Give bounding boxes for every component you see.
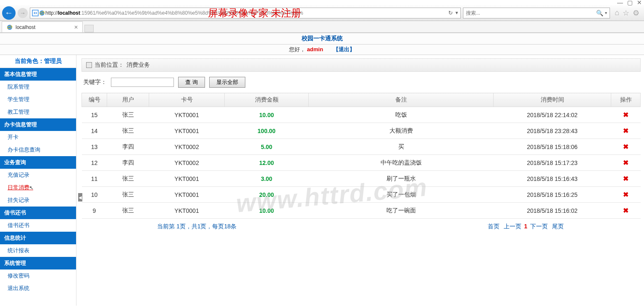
table-cell: 张三 <box>107 187 149 203</box>
menu-item[interactable]: 开卡 <box>0 131 76 144</box>
table-cell: 3.00 <box>225 171 309 187</box>
menu-group-header: 业务查询 <box>0 156 76 169</box>
forward-button[interactable]: → <box>18 8 28 18</box>
table-cell: 买了一包烟 <box>309 187 494 203</box>
sidebar-collapse-handle[interactable]: ◀ <box>78 193 82 201</box>
logout-link[interactable]: 【退出】 <box>333 46 355 52</box>
search-dropdown-icon[interactable]: ▾ <box>605 10 607 15</box>
url-text: http://localhost:15961/%e6%a0%a1%e5%9b%a… <box>45 10 447 16</box>
delete-row-button[interactable]: ✖ <box>611 187 641 203</box>
column-header: 用户 <box>107 93 149 107</box>
browser-search-input[interactable] <box>466 10 596 16</box>
dropdown-icon[interactable]: ▼ <box>455 10 459 15</box>
tab-favicon-icon <box>6 24 13 31</box>
back-button[interactable]: ← <box>2 6 16 20</box>
tab-close-icon[interactable]: ✕ <box>74 24 78 30</box>
show-all-button[interactable]: 显示全部 <box>209 77 245 88</box>
delete-row-button[interactable]: ✖ <box>611 171 641 187</box>
table-cell: 9 <box>82 203 107 219</box>
table-cell: 13 <box>82 139 107 155</box>
table-cell: 10.00 <box>225 203 309 219</box>
tab-title: localhost <box>16 24 35 30</box>
user-bar: 您好， admin 【退出】 <box>0 44 644 55</box>
delete-row-button[interactable]: ✖ <box>611 139 641 155</box>
pager-next[interactable]: 下一页 <box>530 223 548 230</box>
ie-logo-icon <box>39 10 45 16</box>
column-header: 消费金额 <box>225 93 309 107</box>
menu-item[interactable]: 教工管理 <box>0 106 76 118</box>
column-header: 编号 <box>82 93 107 107</box>
delete-row-button[interactable]: ✖ <box>611 203 641 219</box>
browser-tab[interactable]: localhost ✕ <box>2 21 83 32</box>
menu-group-header: 系统管理 <box>0 257 76 269</box>
table-cell: 中午吃的盖浇饭 <box>309 155 494 171</box>
minimize-icon[interactable]: — <box>617 0 623 6</box>
table-cell: 14 <box>82 123 107 139</box>
delete-row-button[interactable]: ✖ <box>611 107 641 123</box>
menu-item[interactable]: 充值记录 <box>0 169 76 181</box>
close-window-icon[interactable]: ✕ <box>637 0 642 6</box>
menu-item[interactable]: 学生管理 <box>0 93 76 106</box>
delete-row-button[interactable]: ✖ <box>611 123 641 139</box>
search-row: 关键字： 查 询 显示全部 <box>81 77 641 88</box>
keyword-label: 关键字： <box>83 78 107 86</box>
greeting-text: 您好， <box>289 46 305 52</box>
column-header: 备注 <box>309 93 494 107</box>
browser-search-box[interactable]: 🔍 ▾ <box>463 8 610 18</box>
menu-item[interactable]: 退出系统 <box>0 282 76 295</box>
table-cell: 2018/5/18 15:16:25 <box>494 187 611 203</box>
menu-group-header: 信息统计 <box>0 232 76 244</box>
query-button[interactable]: 查 询 <box>178 77 205 88</box>
tools-icon[interactable]: ⚙ <box>633 8 639 18</box>
table-cell: 张三 <box>107 203 149 219</box>
menu-group-header: 办卡信息管理 <box>0 118 76 131</box>
table-cell: YKT0002 <box>149 139 225 155</box>
menu-item[interactable]: 借书还书 <box>0 219 76 232</box>
pager-last[interactable]: 尾页 <box>552 223 564 230</box>
menu-item[interactable]: 统计报表 <box>0 244 76 257</box>
refresh-icon[interactable]: ↻ <box>448 10 453 16</box>
data-table: 编号用户卡号消费金额备注消费时间操作 15张三YKT000110.00吃饭201… <box>81 93 641 219</box>
table-cell: 李四 <box>107 155 149 171</box>
menu-item[interactable]: 办卡信息查询 <box>0 144 76 156</box>
pager-first[interactable]: 首页 <box>488 223 499 230</box>
sidebar: 当前角色：管理员 基本信息管理院系管理学生管理教工管理办卡信息管理开卡办卡信息查… <box>0 55 76 306</box>
column-header: 卡号 <box>149 93 225 107</box>
breadcrumb-icon <box>86 62 92 68</box>
home-icon[interactable]: ⌂ <box>615 8 619 18</box>
pager: 当前第 1页，共1页，每页18条 首页 上一页 1 下一页 尾页 <box>81 219 641 235</box>
breadcrumb: 当前位置： 消费业务 <box>81 58 641 72</box>
maximize-icon[interactable]: ▢ <box>627 0 633 6</box>
table-cell: 2018/5/18 22:14:02 <box>494 107 611 123</box>
delete-row-button[interactable]: ✖ <box>611 155 641 171</box>
menu-item[interactable]: 院系管理 <box>0 81 76 93</box>
pager-links: 首页 上一页 1 下一页 尾页 <box>486 223 565 230</box>
table-cell: 12 <box>82 155 107 171</box>
table-cell: 2018/5/18 15:16:02 <box>494 203 611 219</box>
compat-view-icon[interactable] <box>32 10 39 16</box>
username: admin <box>307 46 323 52</box>
nav-bar: ← → http://localhost:15961/%e6%a0%a1%e5%… <box>0 5 644 21</box>
new-tab-button[interactable] <box>84 25 94 32</box>
table-row: 11张三YKT00013.00刷了一瓶水2018/5/18 15:16:43✖ <box>82 171 641 187</box>
table-cell: 吃饭 <box>309 107 494 123</box>
favorites-icon[interactable]: ☆ <box>623 8 629 18</box>
pager-prev[interactable]: 上一页 <box>504 223 521 230</box>
breadcrumb-label: 当前位置： <box>95 61 124 69</box>
table-cell: 2018/5/18 23:28:43 <box>494 123 611 139</box>
table-cell: 10 <box>82 187 107 203</box>
table-cell: YKT0001 <box>149 123 225 139</box>
menu-item[interactable]: 修改密码 <box>0 269 76 282</box>
table-cell: 2018/5/18 15:17:23 <box>494 155 611 171</box>
keyword-input[interactable] <box>111 78 174 87</box>
address-bar[interactable]: http://localhost:15961/%e6%a0%a1%e5%9b%a… <box>30 8 461 18</box>
table-cell: YKT0001 <box>149 203 225 219</box>
menu-item[interactable]: 日常消费↖ <box>0 181 76 194</box>
table-cell: YKT0001 <box>149 107 225 123</box>
table-cell: 2018/5/18 15:18:06 <box>494 139 611 155</box>
breadcrumb-value: 消费业务 <box>126 61 150 69</box>
search-icon[interactable]: 🔍 <box>596 10 603 16</box>
pager-current: 1 <box>524 223 527 230</box>
role-label: 当前角色：管理员 <box>0 55 76 68</box>
menu-item[interactable]: 挂失记录 <box>0 194 76 207</box>
